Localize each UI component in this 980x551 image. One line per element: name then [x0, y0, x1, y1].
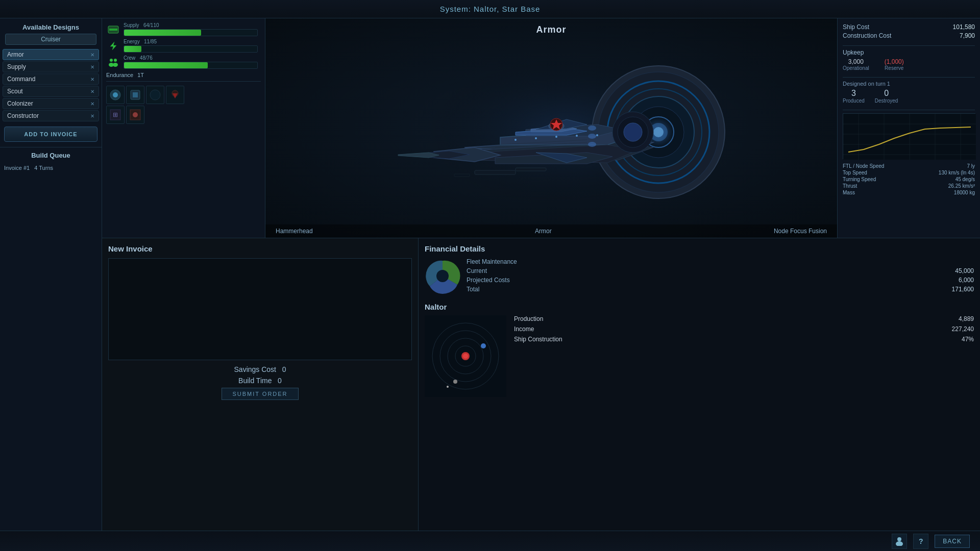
ftl-label: FTL / Node Speed [843, 163, 884, 169]
svg-point-71 [896, 541, 903, 546]
ship-cost-value: 101,580 [953, 23, 975, 31]
designed-divider [843, 110, 975, 110]
equip-slot-5[interactable]: ⊞ [106, 106, 125, 124]
turning-speed-label: Turning Speed [843, 177, 876, 182]
design-label-armor: Armor [7, 51, 24, 58]
svg-point-8 [113, 92, 118, 97]
help-icon: ? [919, 537, 923, 545]
crew-max: 76 [147, 55, 153, 61]
thrust-value: 26.25 km/s² [948, 183, 975, 189]
ship-svg-container [373, 45, 730, 219]
svg-point-4 [114, 59, 117, 62]
equip-slot-3[interactable] [146, 86, 164, 104]
upkeep-header: Upkeep [843, 49, 975, 56]
turning-speed-value: 45 deg/s [955, 177, 975, 182]
help-icon-button[interactable]: ? [913, 534, 928, 549]
ship-viewer: Armor [265, 18, 837, 238]
svg-point-37 [576, 135, 578, 137]
right-stats-panel: Ship Cost 101,580 Construction Cost 7,90… [837, 18, 980, 238]
svg-point-68 [453, 380, 457, 384]
cruiser-tab[interactable]: Cruiser [5, 34, 96, 45]
crew-label: Crew [124, 55, 135, 61]
naltor-content: Production 4,889 Income 227,240 Ship Con… [425, 315, 974, 397]
ship-top-section: Supply 64/110 [102, 18, 980, 238]
crew-bar-container [124, 62, 258, 69]
invoice-header: New Invoice [108, 244, 412, 253]
top-bar: System: Naltor, Star Base [0, 0, 980, 18]
svg-point-11 [150, 90, 160, 100]
total-row: Total 171,600 [467, 286, 974, 293]
design-item-armor[interactable]: Armor ✕ [3, 49, 99, 60]
savings-cost-row: Savings Cost 0 [108, 365, 412, 373]
close-icon-command[interactable]: ✕ [90, 77, 94, 82]
energy-values: 11/85 [144, 39, 157, 44]
energy-max: 85 [151, 39, 157, 44]
design-item-constructor[interactable]: Constructor ✕ [3, 110, 99, 121]
svg-rect-1 [109, 29, 117, 31]
invoice-panel: New Invoice Savings Cost 0 Build Time 0 … [102, 238, 419, 531]
financial-panel: Financial Details Fleet Maintenance [419, 238, 980, 531]
bottom-section: New Invoice Savings Cost 0 Build Time 0 … [102, 238, 980, 531]
current-value: 45,000 [955, 267, 974, 274]
ship-cost-label: Ship Cost [843, 23, 869, 31]
invoice-content-area [108, 258, 412, 360]
operational-label: Operational [843, 65, 869, 71]
operational-value: 3,000 [848, 58, 864, 65]
ftl-value: 7 ly [967, 163, 975, 169]
endurance-value: 1T [137, 72, 144, 78]
design-label-colonizer: Colonizer [7, 100, 33, 107]
submit-order-button[interactable]: SUBMIT ORDER [222, 388, 298, 400]
svg-point-35 [535, 137, 537, 139]
fleet-maintenance-label-row: Fleet Maintenance [467, 258, 974, 265]
invoice-list-item[interactable]: Invoice #1 4 Turns [4, 163, 97, 172]
svg-point-45 [588, 126, 596, 131]
equip-slot-6[interactable] [126, 106, 144, 124]
build-time-value: 0 [278, 377, 282, 385]
energy-bar [124, 46, 141, 52]
svg-point-34 [514, 139, 517, 141]
top-speed-label: Top Speed [843, 170, 867, 176]
invoice-number: Invoice #1 [4, 165, 30, 171]
design-item-scout[interactable]: Scout ✕ [3, 86, 99, 97]
top-speed-row: Top Speed 130 km/s (ln 4s) [843, 170, 975, 176]
svg-point-47 [588, 142, 596, 147]
income-value: 227,240 [952, 325, 974, 333]
supply-label: Supply [124, 22, 139, 28]
design-item-supply[interactable]: Supply ✕ [3, 61, 99, 72]
equip-slot-4[interactable] [166, 86, 184, 104]
equip-slot-2[interactable] [126, 86, 144, 104]
close-icon-colonizer[interactable]: ✕ [90, 101, 94, 107]
svg-point-17 [133, 112, 138, 117]
supply-values: 64/110 [143, 22, 159, 28]
svg-point-6 [113, 63, 118, 67]
svg-point-70 [897, 537, 901, 541]
energy-bar-container [124, 45, 258, 53]
supply-current: 64 [143, 22, 149, 28]
close-icon-scout[interactable]: ✕ [90, 89, 94, 94]
add-to-invoice-button[interactable]: ADD TO INVOICE [4, 127, 97, 142]
design-item-command[interactable]: Command ✕ [3, 73, 99, 85]
energy-row: Energy 11/85 [106, 39, 261, 53]
energy-current: 11 [144, 39, 150, 44]
supply-max: 110 [151, 22, 159, 28]
svg-marker-2 [110, 42, 116, 50]
production-label: Production [514, 315, 543, 322]
close-icon-constructor[interactable]: ✕ [90, 113, 94, 119]
close-icon-armor[interactable]: ✕ [90, 52, 94, 58]
svg-rect-10 [133, 92, 138, 97]
svg-point-69 [447, 386, 449, 388]
projected-costs-label: Projected Costs [467, 277, 510, 284]
design-label-supply: Supply [7, 63, 26, 70]
reserve-label: Reserve [885, 65, 903, 71]
reserve-col: (1,000) Reserve [885, 58, 904, 71]
design-list: Armor ✕ Supply ✕ Command ✕ Scout ✕ Colon… [0, 49, 102, 121]
svg-point-3 [110, 59, 113, 62]
close-icon-supply[interactable]: ✕ [90, 64, 94, 70]
ship-construction-label: Ship Construction [514, 336, 562, 343]
equip-slot-1[interactable] [106, 86, 125, 104]
back-button[interactable]: BACK [935, 535, 970, 548]
design-label-scout: Scout [7, 88, 23, 95]
design-item-colonizer[interactable]: Colonizer ✕ [3, 98, 99, 109]
person-icon-button[interactable] [892, 534, 907, 549]
upkeep-divider [843, 77, 975, 78]
